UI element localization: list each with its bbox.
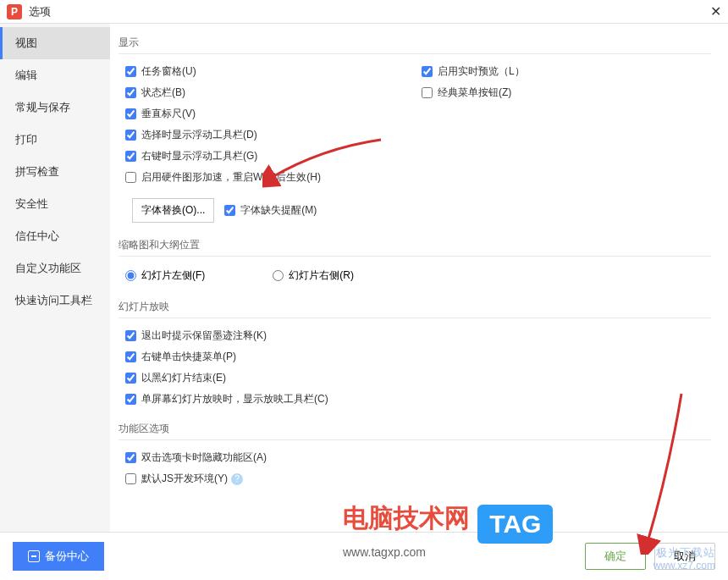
content-panel: 显示 任务窗格(U) 启用实时预览（L） 状态栏(B) 经典菜单按钮(Z) 垂直…	[110, 24, 728, 532]
checkbox-font-missing[interactable]	[224, 205, 235, 216]
sidebar-item-security[interactable]: 安全性	[0, 188, 110, 220]
cancel-button[interactable]: 取消	[654, 543, 715, 570]
help-icon[interactable]: ?	[231, 473, 243, 485]
checkbox-status-bar[interactable]	[125, 87, 136, 98]
label-slide-left: 幻灯片左侧(F)	[141, 269, 205, 281]
label-status-bar: 状态栏(B)	[141, 86, 185, 100]
checkbox-black-end[interactable]	[125, 373, 136, 384]
checkbox-realtime-preview[interactable]	[422, 66, 433, 77]
backup-icon	[28, 550, 40, 562]
section-title-slideshow: 幻灯片放映	[119, 296, 711, 318]
section-title-ribbon: 功能区选项	[119, 418, 711, 440]
section-slideshow: 幻灯片放映 退出时提示保留墨迹注释(K) 右键单击快捷菜单(P) 以黑幻灯片结束…	[119, 296, 711, 410]
label-keep-ink: 退出时提示保留墨迹注释(K)	[141, 329, 267, 343]
section-display: 显示 任务窗格(U) 启用实时预览（L） 状态栏(B) 经典菜单按钮(Z) 垂直…	[119, 32, 711, 226]
backup-label: 备份中心	[45, 549, 89, 564]
section-title-display: 显示	[119, 32, 711, 54]
sidebar-item-trust-center[interactable]: 信任中心	[0, 220, 110, 252]
label-black-end: 以黑幻灯片结束(E)	[141, 371, 226, 385]
sidebar-item-spellcheck[interactable]: 拼写检查	[0, 156, 110, 188]
label-rightclick-toolbar: 右键时显示浮动工具栏(G)	[141, 149, 257, 163]
sidebar-item-general-save[interactable]: 常规与保存	[0, 91, 110, 124]
footer: 备份中心 确定 取消	[0, 532, 728, 580]
label-realtime-preview: 启用实时预览（L）	[438, 64, 525, 79]
label-slide-right: 幻灯片右侧(R)	[289, 269, 354, 281]
radio-slide-left[interactable]	[125, 270, 136, 281]
label-font-missing: 字体缺失提醒(M)	[240, 203, 317, 218]
label-single-screen: 单屏幕幻灯片放映时，显示放映工具栏(C)	[141, 392, 328, 406]
section-thumbnail: 缩略图和大纲位置 幻灯片左侧(F) 幻灯片右侧(R)	[119, 235, 711, 288]
label-ruler: 垂直标尺(V)	[141, 107, 196, 121]
checkbox-single-screen[interactable]	[125, 394, 136, 405]
checkbox-classic-menu[interactable]	[422, 87, 433, 98]
label-task-pane: 任务窗格(U)	[141, 64, 196, 79]
window-title: 选项	[29, 4, 51, 19]
close-icon[interactable]: ✕	[710, 5, 721, 19]
label-js-env: 默认JS开发环境(Y)	[141, 472, 228, 486]
checkbox-right-menu[interactable]	[125, 351, 136, 362]
checkbox-task-pane[interactable]	[125, 66, 136, 77]
sidebar: 视图 编辑 常规与保存 打印 拼写检查 安全性 信任中心 自定义功能区 快速访问…	[0, 24, 110, 532]
checkbox-rightclick-toolbar[interactable]	[125, 151, 136, 162]
sidebar-item-customize-ribbon[interactable]: 自定义功能区	[0, 252, 110, 284]
checkbox-select-toolbar[interactable]	[125, 130, 136, 141]
sidebar-item-edit[interactable]: 编辑	[0, 59, 110, 91]
sidebar-item-view[interactable]: 视图	[0, 27, 110, 59]
checkbox-js-env[interactable]	[125, 473, 136, 484]
label-classic-menu: 经典菜单按钮(Z)	[438, 86, 511, 100]
checkbox-keep-ink[interactable]	[125, 330, 136, 341]
label-dbl-click-hide: 双击选项卡时隐藏功能区(A)	[141, 450, 267, 465]
section-ribbon: 功能区选项 双击选项卡时隐藏功能区(A) 默认JS开发环境(Y)?	[119, 418, 711, 489]
app-icon: P	[7, 4, 22, 19]
backup-center-button[interactable]: 备份中心	[13, 542, 104, 571]
main-area: 视图 编辑 常规与保存 打印 拼写检查 安全性 信任中心 自定义功能区 快速访问…	[0, 24, 728, 532]
confirm-button[interactable]: 确定	[585, 543, 646, 570]
checkbox-ruler[interactable]	[125, 108, 136, 119]
label-right-menu: 右键单击快捷菜单(P)	[141, 350, 236, 364]
radio-slide-right[interactable]	[273, 270, 284, 281]
label-select-toolbar: 选择时显示浮动工具栏(D)	[141, 128, 257, 142]
sidebar-item-print[interactable]: 打印	[0, 124, 110, 156]
sidebar-item-quick-access[interactable]: 快速访问工具栏	[0, 284, 110, 317]
checkbox-dbl-click-hide[interactable]	[125, 452, 136, 463]
checkbox-hardware-accel[interactable]	[125, 172, 136, 183]
label-hardware-accel: 启用硬件图形加速，重启WPS后生效(H)	[141, 170, 321, 185]
title-bar: P 选项 ✕	[0, 0, 728, 24]
section-title-thumbnail: 缩略图和大纲位置	[119, 235, 711, 257]
font-substitute-button[interactable]: 字体替换(O)...	[132, 198, 214, 223]
